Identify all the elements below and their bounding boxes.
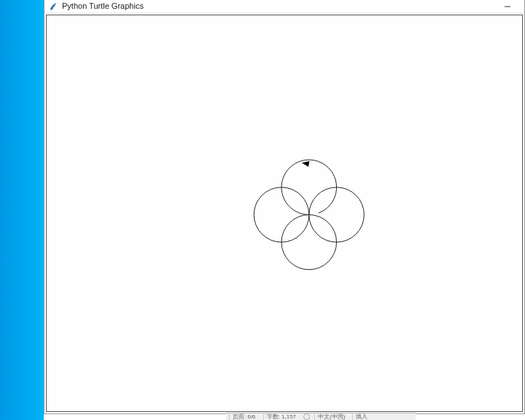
status-insert: 插入 [352, 413, 370, 420]
window-title: Python Turtle Graphics [62, 2, 492, 10]
status-wordcount: 字数: 1,157 [263, 413, 299, 420]
status-page: 页面: 6/6 [229, 413, 259, 420]
turtle-drawing [47, 15, 522, 411]
desktop-background-strip [0, 0, 44, 420]
svg-point-2 [281, 214, 337, 269]
minimize-button[interactable] [497, 1, 518, 12]
titlebar[interactable]: Python Turtle Graphics [44, 0, 524, 13]
svg-point-3 [254, 187, 309, 242]
turtle-window: Python Turtle Graphics [44, 0, 525, 414]
language-icon [303, 413, 310, 420]
python-feather-icon [49, 2, 58, 11]
turtle-canvas [46, 15, 523, 412]
status-language: 中文(中国) [314, 413, 348, 420]
svg-point-1 [309, 187, 365, 242]
statusbar-fragment: 页面: 6/6 字数: 1,157 中文(中国) 插入 [226, 413, 416, 420]
canvas-wrapper [44, 13, 524, 413]
window-controls [497, 1, 520, 12]
